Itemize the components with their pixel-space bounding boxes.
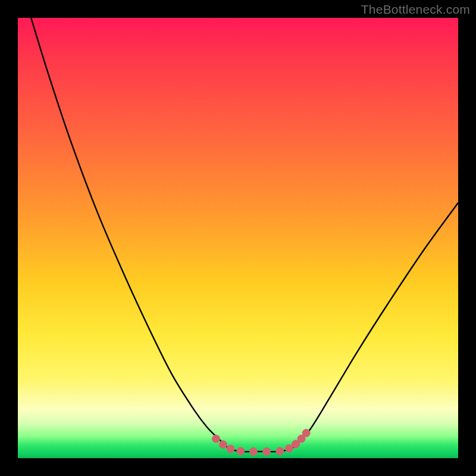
left-curve — [31, 18, 229, 449]
optimum-dot — [249, 447, 257, 455]
optimum-dot — [237, 447, 245, 455]
optimum-dot — [219, 441, 227, 449]
optimum-dot — [212, 435, 220, 443]
optimum-dot — [285, 444, 293, 452]
optimum-dot — [263, 447, 271, 455]
chart-frame: TheBottleneck.com — [0, 0, 476, 476]
optimum-dot — [276, 447, 284, 455]
curve-svg — [18, 18, 458, 458]
right-curve — [291, 203, 458, 449]
optimum-dot — [227, 445, 234, 453]
watermark-label: TheBottleneck.com — [361, 2, 470, 17]
plot-area — [18, 18, 458, 458]
optimum-dot — [302, 429, 310, 437]
